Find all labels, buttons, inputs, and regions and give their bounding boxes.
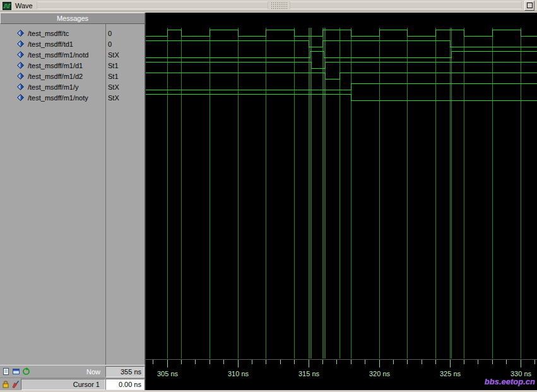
signal-value: StX (108, 51, 119, 59)
signal-name: /test_msdff/m1/d1 (28, 62, 83, 69)
titlebar[interactable]: Wave (0, 0, 537, 11)
dock-button[interactable] (524, 1, 534, 11)
titlebar-grip[interactable] (290, 2, 522, 9)
now-status-row: Now 355 ns (0, 365, 145, 377)
signal-value: StX (108, 83, 119, 91)
lock-icon[interactable] (2, 380, 9, 388)
now-label: Now (35, 368, 105, 376)
signal-name: /test_msdff/td1 (28, 40, 73, 48)
messages-header-label: Messages (57, 15, 88, 22)
wave-footer-toolbar (0, 367, 35, 376)
signal-diamond-icon (17, 83, 24, 90)
signal-value: StX (108, 94, 119, 102)
signal-diamond-icon (17, 40, 24, 47)
signal-row[interactable]: /test_msdff/td10 (0, 39, 144, 49)
signal-name: /test_msdff/m1/notd (28, 51, 88, 59)
svg-text:315 ns: 315 ns (298, 370, 320, 377)
signal-name: /test_msdff/tc (28, 30, 69, 37)
signal-diamond-icon (17, 30, 24, 37)
signal-rows: /test_msdff/tc0/test_msdff/td10/test_msd… (0, 28, 144, 103)
brush-icon[interactable] (11, 380, 20, 388)
messages-column-header[interactable]: Messages (0, 13, 145, 24)
cursor-toolbar (0, 380, 21, 388)
signal-diamond-icon (17, 51, 24, 58)
refresh-icon[interactable] (22, 367, 30, 376)
titlebar-grip[interactable] (37, 2, 269, 9)
dock-icon (527, 3, 533, 8)
titlebar-drag-handle[interactable] (271, 2, 287, 9)
signal-diamond-icon (17, 62, 24, 69)
cursor-name-field[interactable]: Cursor 1 (21, 379, 105, 390)
signal-value: 0 (108, 40, 112, 48)
signal-diamond-icon (17, 94, 24, 101)
wave-window: Wave Messages /test_msdff/tc0/test_msdff… (0, 0, 537, 392)
svg-text:320 ns: 320 ns (369, 370, 391, 377)
signal-name: /test_msdff/m1/d2 (28, 73, 83, 80)
wave-window-icon (3, 1, 11, 9)
svg-text:330 ns: 330 ns (510, 370, 532, 377)
signal-value: 0 (108, 30, 112, 37)
signal-value: St1 (108, 73, 119, 80)
signal-name: /test_msdff/m1/noty (28, 94, 88, 102)
signal-row[interactable]: /test_msdff/m1/notyStX (0, 92, 144, 103)
waveform-canvas[interactable]: 305 ns310 ns315 ns320 ns325 ns330 ns (146, 13, 537, 390)
signal-row[interactable]: /test_msdff/m1/notdStX (0, 49, 144, 60)
svg-text:325 ns: 325 ns (440, 370, 461, 377)
signal-row[interactable]: /test_msdff/tc0 (0, 28, 144, 39)
svg-text:305 ns: 305 ns (157, 370, 179, 377)
signal-diamond-icon (17, 73, 24, 80)
signal-value: St1 (108, 62, 119, 69)
signal-row[interactable]: /test_msdff/m1/d1St1 (0, 60, 144, 71)
now-value: 355 ns (105, 366, 145, 377)
cursor-status-row: Cursor 1 0.00 ns (0, 377, 145, 390)
window-title: Wave (14, 2, 34, 9)
signal-name: /test_msdff/m1/y (28, 83, 79, 91)
signal-row[interactable]: /test_msdff/m1/yStX (0, 81, 144, 92)
window-icon[interactable] (12, 367, 20, 376)
cursor-value-field[interactable]: 0.00 ns (105, 379, 145, 390)
page-icon[interactable] (2, 367, 10, 376)
signal-list-panel: /test_msdff/tc0/test_msdff/td10/test_msd… (0, 24, 145, 365)
signal-row[interactable]: /test_msdff/m1/d2St1 (0, 71, 144, 81)
svg-text:310 ns: 310 ns (228, 370, 249, 377)
